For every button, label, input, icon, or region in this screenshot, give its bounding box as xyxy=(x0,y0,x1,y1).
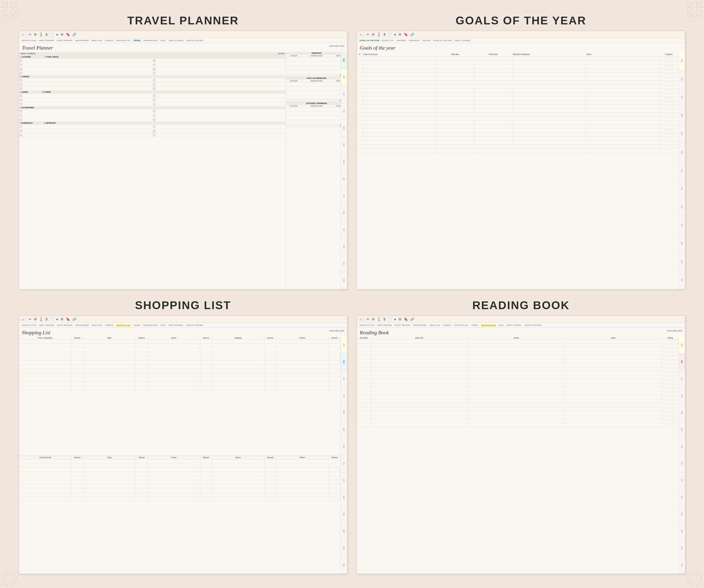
home-icon[interactable]: ⌂ xyxy=(360,317,362,321)
tab-finance[interactable]: FINANCE xyxy=(104,324,114,327)
checkbox[interactable] xyxy=(20,95,22,96)
checkbox[interactable] xyxy=(153,99,155,101)
tab-shopping-list[interactable]: SHOPPING LIST xyxy=(453,324,469,327)
tab-holiday[interactable]: HOLIDAY xyxy=(422,39,432,42)
tab-water-intake[interactable]: WATER INTAKE xyxy=(74,39,90,42)
tab-diary-journal[interactable]: DIARY JOURNAL xyxy=(168,324,184,327)
checkbox[interactable] xyxy=(153,126,155,128)
file-icon[interactable]: 📄 xyxy=(50,317,54,321)
tab-water-intake[interactable]: WATER INTAKE xyxy=(412,324,428,327)
home-icon[interactable]: ⌂ xyxy=(360,32,362,37)
tab-reading-book[interactable]: READING BOOK xyxy=(142,324,159,327)
dollar-icon[interactable]: $ xyxy=(384,317,385,321)
checkbox[interactable] xyxy=(20,103,22,105)
file-icon[interactable]: 📄 xyxy=(388,317,392,321)
checkbox[interactable] xyxy=(153,134,155,136)
tab-monthly-plan[interactable]: MONTHLY PLAN xyxy=(21,39,37,42)
dollar-icon[interactable]: $ xyxy=(384,32,385,37)
settings-icon[interactable]: ⚙ xyxy=(372,317,375,321)
person-icon[interactable]: 🚶 xyxy=(377,317,381,321)
tab-bucket-list[interactable]: BUCKET LIST xyxy=(381,39,395,42)
tab-monthly-review[interactable]: MONTHLY REVIEW xyxy=(185,324,204,327)
tab-monthly-review[interactable]: MONTHLY REVIEW xyxy=(523,324,542,327)
checkbox[interactable] xyxy=(153,103,155,105)
circle-icon[interactable]: ● xyxy=(56,317,58,321)
tab-water-intake[interactable]: WATER INTAKE xyxy=(74,324,90,327)
tab-habit-tracker[interactable]: HABIT TRACKER xyxy=(38,39,55,42)
checkbox[interactable] xyxy=(20,134,22,136)
tab-habit-tracker[interactable]: HABIT TRACKER xyxy=(38,324,55,327)
file-icon[interactable]: 📄 xyxy=(388,32,392,37)
tab-habit-tracker[interactable]: HABIT TRACKER xyxy=(376,324,393,327)
tab-travel[interactable]: TRAVEL xyxy=(132,324,141,327)
settings-icon[interactable]: ⚙ xyxy=(372,32,375,37)
checkbox[interactable] xyxy=(153,68,155,70)
bookmark-icon[interactable]: 🔖 xyxy=(404,317,408,321)
person-icon[interactable]: 🚶 xyxy=(39,32,43,37)
file-icon[interactable]: 📄 xyxy=(50,32,54,37)
checkbox[interactable] xyxy=(20,72,22,74)
gear-icon[interactable]: ⚙ xyxy=(399,317,402,321)
link-icon[interactable]: 🔗 xyxy=(72,32,76,37)
tab-reading-book[interactable]: READING BOOK xyxy=(142,39,159,42)
checkbox[interactable] xyxy=(20,83,22,85)
checkbox[interactable] xyxy=(153,60,155,61)
gear-icon[interactable]: ⚙ xyxy=(399,32,402,37)
tab-finance[interactable]: FINANCE xyxy=(104,39,114,42)
checkbox[interactable] xyxy=(20,68,22,70)
tab-sleep-tracker[interactable]: SLEEP TRACKER xyxy=(394,324,411,327)
tab-goals-of-year[interactable]: GOALS OF THE YEAR xyxy=(359,39,380,42)
tab-birthday[interactable]: BIRTHDAY xyxy=(396,39,407,42)
gear-icon[interactable]: ⚙ xyxy=(61,32,64,37)
tab-shopping-list[interactable]: SHOPPING LIST xyxy=(115,324,131,327)
checkbox[interactable] xyxy=(20,60,22,61)
bookmark-icon[interactable]: 🔖 xyxy=(66,32,70,37)
tab-monthly-plan[interactable]: MONTHLY PLAN xyxy=(21,324,37,327)
tab-travel[interactable]: TRAVEL xyxy=(132,39,141,42)
checkbox[interactable] xyxy=(153,115,155,116)
checkbox[interactable] xyxy=(153,79,155,81)
tab-meal-plan[interactable]: MEAL PLAN xyxy=(91,324,103,327)
checkbox[interactable] xyxy=(20,64,22,66)
edit-icon[interactable]: ✏ xyxy=(28,317,32,321)
checkbox[interactable] xyxy=(20,130,22,132)
edit-icon[interactable]: ✏ xyxy=(28,32,32,37)
checkbox[interactable] xyxy=(153,72,155,74)
bookmark-icon[interactable]: 🔖 xyxy=(404,32,408,37)
circle-icon[interactable]: ● xyxy=(394,32,396,37)
tab-diary-journal[interactable]: DIARY JOURNAL xyxy=(506,324,523,327)
tab-password[interactable]: PASSWORD xyxy=(408,39,420,42)
checkbox[interactable] xyxy=(20,119,22,121)
checkbox[interactable] xyxy=(20,99,22,101)
tab-travel[interactable]: TRAVEL xyxy=(470,324,479,327)
gear-icon[interactable]: ⚙ xyxy=(61,317,64,321)
checkbox[interactable] xyxy=(153,130,155,132)
checkbox[interactable] xyxy=(153,88,155,89)
edit-icon[interactable]: ✏ xyxy=(366,32,369,37)
settings-icon[interactable]: ⚙ xyxy=(34,317,37,321)
tab-meal-plan[interactable]: MEAL PLAN xyxy=(429,324,441,327)
link-icon[interactable]: 🔗 xyxy=(410,317,414,321)
checkbox[interactable] xyxy=(20,110,22,112)
tab-diary-journal[interactable]: DIARY JOURNAL xyxy=(168,39,184,42)
checkbox[interactable] xyxy=(153,110,155,112)
bookmark-icon[interactable]: 🔖 xyxy=(66,317,70,321)
checkbox[interactable] xyxy=(20,79,22,81)
link-icon[interactable]: 🔗 xyxy=(410,32,414,37)
home-icon[interactable]: ⌂ xyxy=(22,32,24,37)
checkbox[interactable] xyxy=(20,115,22,116)
home-icon[interactable]: ⌂ xyxy=(22,317,24,321)
tab-diary-journal[interactable]: DIARY / JOURNAL xyxy=(454,39,471,42)
tab-shopping-list[interactable]: SHOPPING LIST xyxy=(115,39,131,42)
circle-icon[interactable]: ● xyxy=(394,317,396,321)
tab-monthly-review[interactable]: MONTHLY REVIEW xyxy=(185,39,204,42)
checkbox[interactable] xyxy=(153,83,155,85)
checkbox[interactable] xyxy=(153,95,155,96)
person-icon[interactable]: 🚶 xyxy=(377,32,381,37)
tab-meal-plan[interactable]: MEAL PLAN xyxy=(91,39,103,42)
dollar-icon[interactable]: $ xyxy=(46,32,47,37)
checkbox[interactable] xyxy=(153,64,155,66)
tab-reading-book[interactable]: READING BOOK xyxy=(480,324,497,327)
checkbox[interactable] xyxy=(20,88,22,89)
tab-sleep-tracker[interactable]: SLEEP TRACKER xyxy=(56,324,73,327)
